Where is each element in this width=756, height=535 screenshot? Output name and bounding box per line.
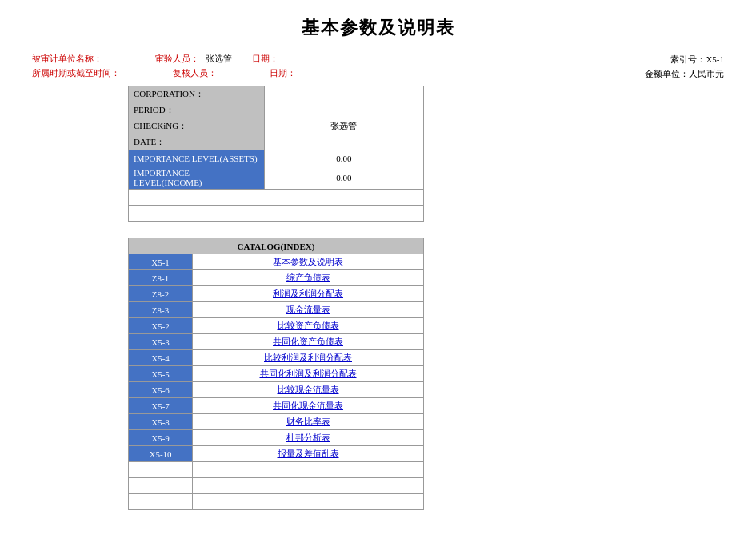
info-row: CORPORATION： bbox=[129, 86, 424, 102]
currency-label: 金额单位： bbox=[645, 69, 689, 78]
info-row: CHECKiNG：张选管 bbox=[129, 118, 424, 134]
catalog-table: CATALOG(INDEX)X5-1基本参数及说明表Z8-1综产负债表Z8-2利… bbox=[128, 238, 424, 510]
catalog-row: X5-2比较资产负债表 bbox=[129, 318, 424, 334]
page-title: 基本参数及说明表 bbox=[32, 16, 724, 40]
checker-value: 张选管 bbox=[206, 53, 246, 65]
info-row bbox=[129, 190, 424, 206]
info-row: IMPORTANCE LEVEL(INCOME)0.00 bbox=[129, 166, 424, 190]
catalog-row: Z8-3现金流量表 bbox=[129, 302, 424, 318]
catalog-row: Z8-1综产负债表 bbox=[129, 270, 424, 286]
catalog-header-row: CATALOG(INDEX) bbox=[129, 238, 424, 254]
info-row: DATE： bbox=[129, 134, 424, 150]
date1-label: 日期： bbox=[252, 53, 278, 65]
currency-value: 人民币元 bbox=[689, 69, 724, 78]
catalog-row: X5-6比较现金流量表 bbox=[129, 382, 424, 398]
index-value: X5-1 bbox=[706, 54, 724, 64]
checker-label: 审验人员： bbox=[155, 53, 199, 65]
catalog-row: X5-8财务比率表 bbox=[129, 414, 424, 430]
catalog-row: X5-3共同化资产负债表 bbox=[129, 334, 424, 350]
period-label: 所属时期或截至时间： bbox=[32, 67, 120, 79]
catalog-row: X5-7共同化现金流量表 bbox=[129, 398, 424, 414]
date2-label: 日期： bbox=[270, 67, 296, 79]
corp-label: 被审计单位名称： bbox=[32, 53, 102, 65]
catalog-row: X5-9杜邦分析表 bbox=[129, 430, 424, 446]
index-label: 索引号： bbox=[670, 54, 706, 64]
info-table: CORPORATION：PERIOD：CHECKiNG：张选管DATE：IMPO… bbox=[128, 86, 424, 222]
catalog-row: X5-10报量及差值乱表 bbox=[129, 446, 424, 462]
catalog-row: X5-5共同化利润及利润分配表 bbox=[129, 366, 424, 382]
info-row: PERIOD： bbox=[129, 102, 424, 118]
catalog-row bbox=[129, 478, 424, 494]
catalog-row: X5-4比较利润及利润分配表 bbox=[129, 350, 424, 366]
catalog-row bbox=[129, 462, 424, 478]
info-row bbox=[129, 206, 424, 222]
info-row: IMPORTANCE LEVEL(ASSETS)0.00 bbox=[129, 150, 424, 166]
catalog-row: X5-1基本参数及说明表 bbox=[129, 254, 424, 270]
reviewer-label: 复核人员： bbox=[173, 67, 217, 79]
catalog-row bbox=[129, 494, 424, 510]
catalog-row: Z8-2利润及利润分配表 bbox=[129, 286, 424, 302]
